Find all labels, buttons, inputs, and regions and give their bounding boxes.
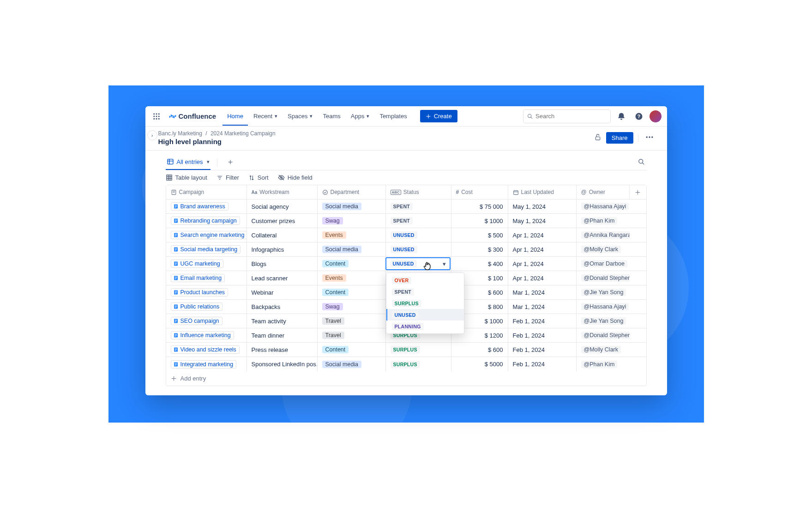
nav-templates[interactable]: Templates	[375, 109, 411, 123]
cell-cost[interactable]: $ 500	[451, 228, 508, 242]
nav-spaces[interactable]: Spaces▾	[283, 109, 317, 123]
user-avatar[interactable]	[650, 110, 662, 122]
cell-cost[interactable]: $ 5000	[451, 357, 508, 371]
cell-owner[interactable]: @Hassana Ajayi	[577, 300, 630, 314]
cell-owner[interactable]: @Donald Stephens	[577, 271, 630, 285]
campaign-link[interactable]: Search engine marketing	[171, 231, 247, 239]
cell-department[interactable]: Events	[318, 271, 386, 285]
more-actions-icon[interactable]	[643, 131, 656, 145]
cell-department[interactable]: Content	[318, 343, 386, 357]
cell-owner[interactable]: @Hassana Ajayi	[577, 200, 630, 213]
cell-owner[interactable]: @Donald Stephens	[577, 328, 630, 342]
cell-department[interactable]: Content	[318, 257, 386, 271]
help-icon[interactable]: ?	[632, 109, 646, 123]
search-field[interactable]	[535, 113, 607, 120]
cell-workstream[interactable]: Blogs	[247, 257, 318, 271]
col-department[interactable]: Department	[318, 185, 386, 199]
add-view-button[interactable]	[224, 157, 237, 169]
cell-workstream[interactable]: Infographics	[247, 242, 318, 256]
campaign-link[interactable]: Rebranding campaign	[171, 217, 240, 225]
cell-department[interactable]: Swag	[318, 214, 386, 228]
cell-owner[interactable]: @Annika Rangarajan	[577, 228, 630, 242]
owner-mention[interactable]: @Phan Kim	[581, 361, 618, 368]
cell-last-updated[interactable]: Apr 1, 2024	[508, 242, 577, 256]
cell-last-updated[interactable]: Mar 1, 2024	[508, 300, 577, 314]
campaign-link[interactable]: Influence marketing	[171, 331, 234, 339]
status-option[interactable]: SURPLUS	[386, 297, 464, 309]
campaign-link[interactable]: Integrated marketing	[171, 360, 237, 369]
cell-owner[interactable]: @Molly Clark	[577, 343, 630, 357]
cell-campaign[interactable]: UGC marketing	[166, 257, 247, 271]
campaign-link[interactable]: Product launches	[171, 288, 229, 296]
status-select[interactable]: UNUSED ▾ OVERSPENTSURPLUSUNUSEDPLANNING	[385, 257, 451, 270]
cell-department[interactable]: Travel	[318, 314, 386, 328]
cell-department[interactable]: Content	[318, 285, 386, 299]
expand-sidebar-button[interactable]: ›	[147, 130, 157, 140]
sort-button[interactable]: Sort	[248, 174, 269, 181]
notifications-icon[interactable]	[614, 109, 628, 123]
cell-campaign[interactable]: Public relations	[166, 300, 247, 314]
col-status[interactable]: ABC Status	[386, 185, 451, 199]
cell-campaign[interactable]: Email marketing	[166, 271, 247, 285]
cell-owner[interactable]: @Phan Kim	[577, 357, 630, 371]
campaign-link[interactable]: Video and sizzle reels	[171, 345, 240, 354]
cell-last-updated[interactable]: Feb 1, 2024	[508, 314, 577, 328]
campaign-link[interactable]: Brand awareness	[171, 202, 229, 211]
cell-status[interactable]: UNUSED	[386, 228, 451, 242]
col-owner[interactable]: @ Owner	[577, 185, 630, 199]
add-entry-row[interactable]: Add entry	[166, 371, 646, 386]
col-cost[interactable]: # Cost	[451, 185, 508, 199]
database-view-tab[interactable]: All entries ▾	[166, 155, 211, 170]
cell-last-updated[interactable]: Feb 1, 2024	[508, 328, 577, 342]
cell-last-updated[interactable]: May 1, 2024	[508, 200, 577, 213]
cell-status[interactable]: UNUSED	[386, 242, 451, 256]
owner-mention[interactable]: @Hassana Ajayi	[581, 303, 629, 310]
filter-button[interactable]: Filter	[217, 174, 239, 181]
create-button[interactable]: Create	[420, 110, 457, 122]
cell-last-updated[interactable]: Feb 1, 2024	[508, 343, 577, 357]
cell-workstream[interactable]: Sponsored LinkedIn pos…	[247, 357, 318, 371]
cell-campaign[interactable]: Influence marketing	[166, 328, 247, 342]
campaign-link[interactable]: Public relations	[171, 302, 223, 311]
cell-workstream[interactable]: Social agency	[247, 200, 318, 213]
cell-department[interactable]: Social media	[318, 200, 386, 213]
nav-recent[interactable]: Recent▾	[249, 109, 282, 123]
cell-last-updated[interactable]: Feb 1, 2024	[508, 357, 577, 371]
restrictions-icon[interactable]	[594, 133, 601, 143]
col-campaign[interactable]: Campaign	[166, 185, 247, 199]
cell-campaign[interactable]: Product launches	[166, 285, 247, 299]
owner-mention[interactable]: @Donald Stephens	[581, 274, 630, 282]
confluence-logo[interactable]: Confluence	[168, 112, 217, 121]
owner-mention[interactable]: @Jie Yan Song	[581, 317, 626, 325]
breadcrumb-space[interactable]: Banc.ly Marketing	[158, 130, 202, 137]
cell-status[interactable]: SPENT	[386, 200, 451, 213]
cell-campaign[interactable]: SEO campaign	[166, 314, 247, 328]
campaign-link[interactable]: Social media targeting	[171, 245, 241, 254]
cell-department[interactable]: Social media	[318, 242, 386, 256]
owner-mention[interactable]: @Phan Kim	[581, 217, 618, 224]
status-option[interactable]: SPENT	[386, 286, 464, 297]
cell-workstream[interactable]: Lead scanner	[247, 271, 318, 285]
cell-status[interactable]: SURPLUS	[386, 357, 451, 371]
campaign-link[interactable]: SEO campaign	[171, 317, 223, 325]
cell-last-updated[interactable]: May 1, 2024	[508, 214, 577, 228]
cell-last-updated[interactable]: Apr 1, 2024	[508, 257, 577, 271]
search-input[interactable]	[523, 109, 611, 123]
nav-teams[interactable]: Teams	[318, 109, 345, 123]
cell-department[interactable]: Social media	[318, 357, 386, 371]
owner-mention[interactable]: @Donald Stephens	[581, 332, 630, 339]
cell-campaign[interactable]: Brand awareness	[166, 200, 247, 213]
col-last-updated[interactable]: Last Updated	[508, 185, 577, 199]
cell-campaign[interactable]: Search engine marketing	[166, 228, 247, 242]
campaign-link[interactable]: UGC marketing	[171, 260, 223, 268]
owner-mention[interactable]: @Annika Rangarajan	[581, 231, 630, 239]
cell-workstream[interactable]: Team dinner	[247, 328, 318, 342]
cell-workstream[interactable]: Backpacks	[247, 300, 318, 314]
breadcrumb-parent[interactable]: 2024 Marketing Campaign	[211, 130, 276, 137]
cell-cost[interactable]: $ 75 000	[451, 200, 508, 213]
add-column-button[interactable]	[630, 185, 646, 199]
cell-cost[interactable]: $ 400	[451, 257, 508, 271]
nav-apps[interactable]: Apps▾	[346, 109, 374, 123]
table-layout-button[interactable]: Table layout	[166, 174, 207, 181]
cell-last-updated[interactable]: Apr 1, 2024	[508, 228, 577, 242]
